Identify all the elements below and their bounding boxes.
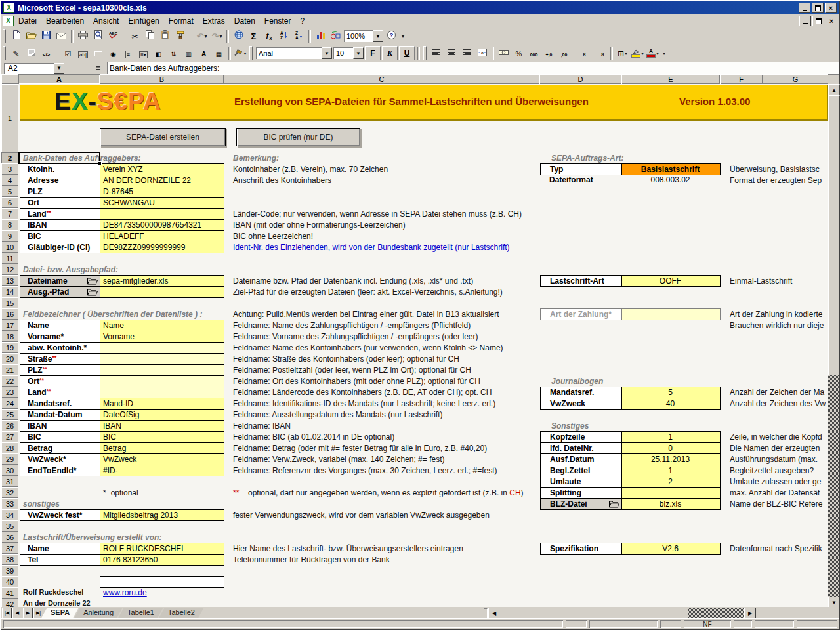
create-sepa-file-button[interactable]: SEPA-Datei erstellen — [100, 128, 226, 146]
row-header-36[interactable]: 36 — [1, 532, 18, 543]
row-label[interactable]: VwZweck* — [20, 453, 100, 465]
sheet-tab-tabelle1[interactable]: Tabelle1 — [118, 608, 163, 618]
cell-value[interactable]: Verein XYZ — [100, 163, 224, 175]
sheet-tab-anleitung[interactable]: Anleitung — [74, 608, 123, 618]
cell-value[interactable]: 1 — [621, 431, 721, 443]
cell-value[interactable] — [100, 342, 224, 354]
empty-input-cell[interactable] — [100, 576, 224, 588]
cell-value[interactable]: ROLF RUCKDESCHEL — [100, 543, 224, 555]
row-header-5[interactable]: 5 — [1, 186, 18, 197]
cell-value[interactable]: 008.003.02 — [621, 175, 721, 186]
row-label[interactable]: Lastschrift-Art — [540, 275, 622, 287]
row-header-23[interactable]: 23 — [1, 387, 18, 398]
cell-value[interactable]: 2 — [621, 476, 721, 488]
row-header-25[interactable]: 25 — [1, 409, 18, 420]
column-header-E[interactable]: E — [621, 74, 720, 84]
row-label[interactable]: Betrag — [20, 442, 100, 454]
row-header-41[interactable]: 41 — [1, 587, 18, 598]
row-header-1[interactable]: 1 — [1, 84, 18, 152]
row-header-39[interactable]: 39 — [1, 565, 18, 576]
row-label[interactable]: Umlaute — [540, 476, 622, 488]
row-header-40[interactable]: 40 — [1, 576, 18, 587]
row-label[interactable]: Ort — [20, 197, 100, 209]
row-header-29[interactable]: 29 — [1, 453, 18, 465]
row-label[interactable]: Begl.Zettel — [540, 465, 622, 476]
row-label[interactable]: Tel — [20, 554, 100, 566]
row-label[interactable]: Vorname* — [20, 331, 100, 343]
horizontal-scrollbar-thumb[interactable] — [499, 608, 689, 619]
row-label[interactable]: Name — [20, 320, 100, 331]
cell-value[interactable] — [621, 308, 721, 320]
row-header-7[interactable]: 7 — [1, 208, 18, 219]
cell-value[interactable]: sepa-mitglieder.xls — [100, 275, 224, 287]
select-all-corner[interactable] — [1, 74, 18, 84]
row-header-35[interactable]: 35 — [1, 520, 18, 532]
row-header-33[interactable]: 33 — [1, 498, 18, 509]
row-header-42[interactable]: 42 — [1, 598, 18, 607]
horizontal-scrollbar-track[interactable] — [688, 608, 744, 618]
vertical-scrollbar-track[interactable] — [828, 375, 839, 597]
column-header-D[interactable]: D — [539, 74, 621, 84]
row-label[interactable]: Mandatsref. — [540, 387, 622, 398]
row-label[interactable]: Dateiformat — [540, 175, 622, 186]
row-label[interactable]: EndToEndId* — [20, 465, 100, 476]
cell-value[interactable] — [100, 387, 224, 398]
cell-value[interactable] — [100, 353, 224, 365]
tab-split-handle[interactable] — [484, 608, 488, 619]
cell-value[interactable]: SCHWANGAU — [100, 197, 224, 209]
cell-value[interactable]: #ID- — [100, 465, 224, 476]
row-header-16[interactable]: 16 — [1, 308, 18, 320]
row-label[interactable]: Ort** — [20, 375, 100, 387]
folder-icon[interactable] — [87, 288, 98, 298]
row-label[interactable]: Mandat-Datum — [20, 409, 100, 421]
row-header-18[interactable]: 18 — [1, 331, 18, 342]
cell-value[interactable] — [100, 364, 224, 376]
row-header-19[interactable]: 19 — [1, 342, 18, 353]
row-header-37[interactable]: 37 — [1, 543, 18, 554]
column-header-F[interactable]: F — [720, 74, 763, 84]
row-label[interactable]: lfd. DateiNr. — [540, 442, 622, 454]
row-header-22[interactable]: 22 — [1, 375, 18, 387]
cell-value[interactable]: AN DER DORNZEILE 22 — [100, 175, 224, 186]
cell-value[interactable]: Mitgliedsbeitrag 2013 — [100, 509, 224, 521]
cell-value[interactable]: 5 — [621, 387, 721, 398]
cell-value[interactable] — [100, 208, 224, 220]
cell-value[interactable]: Betrag — [100, 442, 224, 454]
row-label[interactable]: Spezifikation — [540, 543, 622, 555]
row-header-31[interactable]: 31 — [1, 476, 18, 487]
footer-website-link[interactable]: www.roru.de — [103, 588, 147, 597]
cell-value[interactable]: 0 — [621, 442, 721, 454]
selection-fill-handle[interactable] — [98, 161, 102, 165]
row-label[interactable]: PLZ — [20, 186, 100, 198]
row-label[interactable]: VwZweck — [540, 398, 622, 410]
cell-value[interactable]: DE98ZZZ09999999999 — [100, 242, 224, 253]
row-label[interactable]: Splitting — [540, 487, 622, 499]
cell-value[interactable]: V2.6 — [621, 543, 721, 555]
row-label[interactable]: Typ — [540, 163, 622, 175]
row-label[interactable]: Gläubiger-ID (CI) — [20, 242, 100, 253]
cell-value[interactable]: DateOfSig — [100, 409, 224, 421]
sheet-tab-tabelle2[interactable]: Tabelle2 — [159, 608, 204, 618]
row-header-15[interactable]: 15 — [1, 297, 18, 308]
cell-remark[interactable]: Ident-Nr. des Einziehenden, wird von der… — [233, 243, 510, 252]
cell-value[interactable]: Name — [100, 320, 224, 331]
row-header-28[interactable]: 28 — [1, 442, 18, 453]
cell-value[interactable]: blz.xls — [621, 498, 721, 510]
check-bic-button[interactable]: BIC prüfen (nur DE) — [236, 128, 360, 146]
cell-value[interactable] — [100, 375, 224, 387]
row-header-38[interactable]: 38 — [1, 554, 18, 565]
next-sheet-button[interactable]: ▶ — [23, 608, 33, 618]
row-header-4[interactable]: 4 — [1, 175, 18, 186]
row-header-6[interactable]: 6 — [1, 197, 18, 208]
row-label[interactable]: Name — [20, 543, 100, 555]
row-header-27[interactable]: 27 — [1, 431, 18, 442]
cell-value[interactable]: OOFF — [621, 275, 721, 287]
cell-value[interactable] — [100, 286, 224, 298]
row-label[interactable]: Straße** — [20, 353, 100, 365]
cell-value[interactable]: DE84733500000987654321 — [100, 219, 224, 231]
row-header-11[interactable]: 11 — [1, 253, 18, 264]
row-label[interactable]: BIC — [20, 230, 100, 242]
cell-value[interactable]: IBAN — [100, 420, 224, 432]
row-label[interactable]: IBAN — [20, 219, 100, 231]
row-label[interactable]: VwZweck fest* — [20, 509, 100, 521]
